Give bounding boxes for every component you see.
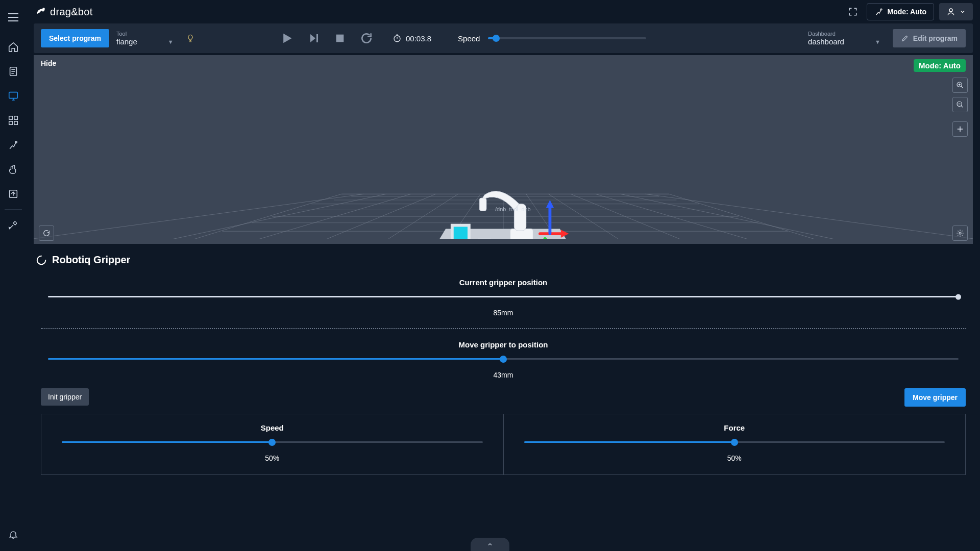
chevron-down-icon bbox=[960, 9, 966, 15]
timer-value: 00:03.8 bbox=[406, 34, 431, 43]
nav-save[interactable] bbox=[0, 182, 27, 206]
init-gripper-button[interactable]: Init gripper bbox=[41, 388, 89, 406]
nav-viewer[interactable] bbox=[0, 84, 27, 108]
chevron-down-icon: ▼ bbox=[875, 39, 880, 45]
svg-point-10 bbox=[949, 9, 952, 12]
gripper-icon bbox=[36, 255, 47, 266]
nav-home[interactable] bbox=[0, 35, 27, 59]
nav-tools[interactable] bbox=[0, 213, 27, 237]
pencil-icon bbox=[901, 34, 909, 42]
zoom-out-button[interactable] bbox=[952, 97, 968, 112]
logo-icon bbox=[34, 5, 47, 18]
gripper-speed-slider[interactable] bbox=[62, 441, 483, 443]
nav-blocks[interactable] bbox=[0, 108, 27, 133]
gripper-speed-label: Speed bbox=[62, 423, 483, 432]
edit-program-button: Edit program bbox=[893, 29, 966, 47]
svg-rect-1 bbox=[9, 92, 17, 98]
mode-button[interactable]: Mode: Auto bbox=[867, 3, 934, 20]
chevron-down-icon: ▼ bbox=[168, 39, 174, 45]
svg-rect-40 bbox=[454, 227, 468, 238]
fullscreen-icon[interactable] bbox=[844, 3, 862, 20]
robot-mode-icon bbox=[874, 7, 884, 16]
hide-viewport-button[interactable]: Hide bbox=[41, 59, 56, 67]
stopwatch-icon bbox=[393, 34, 402, 43]
svg-rect-4 bbox=[9, 121, 12, 124]
program-toolbar: Select program Tool flange ▼ 00:03.8 Spe… bbox=[34, 23, 973, 53]
speed-label: Speed bbox=[458, 34, 480, 43]
svg-rect-46 bbox=[479, 198, 486, 211]
move-position-label: Move gripper to position bbox=[34, 340, 973, 349]
gripper-force-col: Force 50% bbox=[503, 414, 966, 474]
svg-point-55 bbox=[959, 232, 961, 234]
hint-icon[interactable] bbox=[186, 34, 195, 43]
main-area: drag&bot Mode: Auto Select program Tool … bbox=[27, 0, 980, 551]
timer-display: 00:03.8 bbox=[393, 34, 431, 43]
3d-viewport[interactable]: /dnb_tool_dnb Hide Mode: Auto bbox=[34, 55, 973, 244]
stop-button[interactable] bbox=[334, 33, 346, 44]
gripper-panel: Robotiq Gripper Current gripper position… bbox=[34, 250, 973, 475]
nav-program[interactable] bbox=[0, 59, 27, 84]
svg-rect-3 bbox=[14, 116, 17, 119]
move-position-slider[interactable] bbox=[48, 358, 959, 360]
gripper-force-label: Force bbox=[524, 423, 945, 432]
panel-title-text: Robotiq Gripper bbox=[52, 254, 130, 266]
view-settings-button[interactable] bbox=[952, 226, 968, 241]
nav-robot[interactable] bbox=[0, 133, 27, 157]
zoom-in-button[interactable] bbox=[952, 78, 968, 93]
svg-rect-5 bbox=[14, 121, 17, 124]
refresh-view-button[interactable] bbox=[39, 226, 54, 241]
chevron-up-icon bbox=[485, 541, 495, 547]
gripper-force-slider[interactable] bbox=[524, 441, 945, 443]
svg-rect-2 bbox=[9, 116, 12, 119]
speed-force-grid: Speed 50% Force 50% bbox=[41, 414, 966, 475]
dashboard-select-value: dashboard bbox=[808, 37, 844, 46]
bottom-drawer-handle[interactable] bbox=[471, 538, 509, 551]
dashboard-select-label: Dashboard bbox=[808, 31, 884, 37]
tool-select[interactable]: Tool flange ▼ bbox=[116, 31, 177, 46]
current-position-value: 85mm bbox=[34, 309, 973, 317]
menu-icon[interactable] bbox=[0, 5, 27, 30]
nav-notifications[interactable] bbox=[0, 521, 27, 546]
current-position-slider bbox=[48, 296, 959, 297]
reset-button[interactable] bbox=[360, 32, 373, 45]
select-program-button[interactable]: Select program bbox=[41, 29, 109, 47]
gripper-speed-value: 50% bbox=[62, 454, 483, 462]
app-bar: drag&bot Mode: Auto bbox=[27, 0, 980, 23]
svg-point-8 bbox=[42, 8, 45, 10]
program-speed-slider[interactable]: Speed bbox=[458, 34, 646, 43]
svg-rect-12 bbox=[336, 35, 344, 42]
svg-rect-11 bbox=[316, 34, 318, 42]
dashboard-select[interactable]: Dashboard dashboard ▼ bbox=[808, 31, 884, 46]
mode-label: Mode: Auto bbox=[888, 8, 926, 16]
nav-hand[interactable] bbox=[0, 157, 27, 182]
app-logo: drag&bot bbox=[34, 5, 93, 18]
step-button[interactable] bbox=[308, 32, 320, 44]
move-position-value: 43mm bbox=[34, 371, 973, 379]
user-icon bbox=[946, 7, 955, 16]
add-object-button[interactable] bbox=[952, 121, 968, 137]
gripper-force-value: 50% bbox=[524, 454, 945, 462]
transport-controls: 00:03.8 Speed bbox=[279, 31, 646, 45]
left-nav-rail bbox=[0, 0, 27, 551]
gripper-speed-col: Speed 50% bbox=[41, 414, 503, 474]
mode-badge: Mode: Auto bbox=[914, 59, 966, 72]
move-gripper-button[interactable]: Move gripper bbox=[904, 388, 966, 407]
current-position-label: Current gripper position bbox=[34, 278, 973, 287]
play-button[interactable] bbox=[279, 31, 293, 45]
divider bbox=[41, 328, 966, 329]
user-menu[interactable] bbox=[939, 3, 973, 20]
app-name: drag&bot bbox=[50, 6, 93, 18]
tool-select-label: Tool bbox=[116, 31, 177, 37]
scene-label: /dnb_tool_dnb bbox=[495, 206, 531, 212]
tool-select-value: flange bbox=[116, 37, 137, 46]
